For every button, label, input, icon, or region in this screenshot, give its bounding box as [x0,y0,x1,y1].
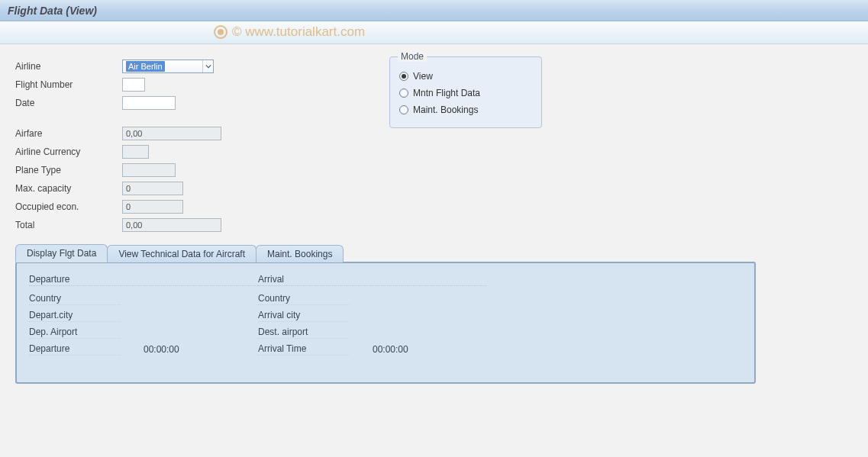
title-bar: Flight Data (View) [0,0,868,21]
departure-column: Departure Country Depart.city Dep. Airpo… [29,272,258,358]
plane-type-value [122,163,176,177]
arrival-column: Arrival Country Arrival city Dest. airpo… [258,272,487,358]
mode-option-label: Mntn Flight Data [413,88,480,98]
radio-icon [399,89,408,98]
form-block: Airline Air Berlin Flight Number Date Ai… [15,58,853,233]
arr-country-label: Country [258,293,350,305]
currency-value [122,145,149,159]
airfare-value: 0,00 [122,127,221,140]
occupied-value: 0 [122,200,183,214]
date-label: Date [15,98,122,108]
content-area: Airline Air Berlin Flight Number Date Ai… [0,44,868,397]
occupied-label: Occupied econ. [15,201,122,212]
flight-number-label: Flight Number [15,79,122,90]
dep-city-label: Depart.city [29,310,121,322]
airline-combo[interactable]: Air Berlin [122,60,214,73]
page-title: Flight Data (View) [8,5,97,17]
mode-option-mntn-flight-data[interactable]: Mntn Flight Data [399,85,532,101]
mode-groupbox: Mode View Mntn Flight Data Maint. Bookin… [389,56,542,128]
arr-time-label: Arrival Time [258,343,350,356]
dep-time-label: Departure [29,343,121,356]
dep-country-label: Country [29,293,121,305]
arr-airport-label: Dest. airport [258,327,350,339]
flight-number-input[interactable] [122,78,145,92]
dep-airport-label: Dep. Airport [29,327,121,339]
watermark: © www.tutorialkart.com [214,24,365,40]
plane-type-label: Plane Type [15,165,122,175]
mode-option-view[interactable]: View [399,68,532,85]
arrival-header: Arrival [258,272,487,286]
tab-display-flgt-data[interactable]: Display Flgt Data [15,244,108,262]
date-input[interactable] [122,96,176,110]
max-capacity-value: 0 [122,182,183,195]
radio-icon [399,72,408,81]
tab-view-technical-data[interactable]: View Technical Data for Aircraft [107,245,257,262]
departure-header: Departure [29,272,258,286]
dep-time-value: 00:00:00 [121,344,179,355]
field-column: Airline Air Berlin Flight Number Date Ai… [15,58,221,233]
watermark-text: © www.tutorialkart.com [232,24,365,40]
tab-panel: Departure Country Depart.city Dep. Airpo… [15,262,756,384]
tab-maint-bookings[interactable]: Maint. Bookings [256,245,344,262]
copyright-icon [214,25,227,39]
total-label: Total [15,220,122,230]
radio-icon [399,105,408,114]
currency-label: Airline Currency [15,146,122,157]
airline-label: Airline [15,61,122,72]
arr-time-value: 00:00:00 [350,344,408,355]
toolbar: © www.tutorialkart.com [0,21,868,44]
chevron-down-icon[interactable] [202,60,213,72]
airfare-label: Airfare [15,128,122,139]
total-value: 0,00 [122,218,221,232]
max-capacity-label: Max. capacity [15,183,122,194]
mode-option-maint-bookings[interactable]: Maint. Bookings [399,101,532,118]
mode-option-label: View [413,71,433,82]
mode-option-label: Maint. Bookings [413,105,478,115]
tabs-area: Display Flgt Data View Technical Data fo… [15,244,853,384]
departure-arrival: Departure Country Depart.city Dep. Airpo… [29,272,742,358]
airline-selected: Air Berlin [126,61,165,72]
arr-city-label: Arrival city [258,310,350,322]
mode-title: Mode [398,51,427,62]
tabstrip: Display Flgt Data View Technical Data fo… [15,244,853,262]
